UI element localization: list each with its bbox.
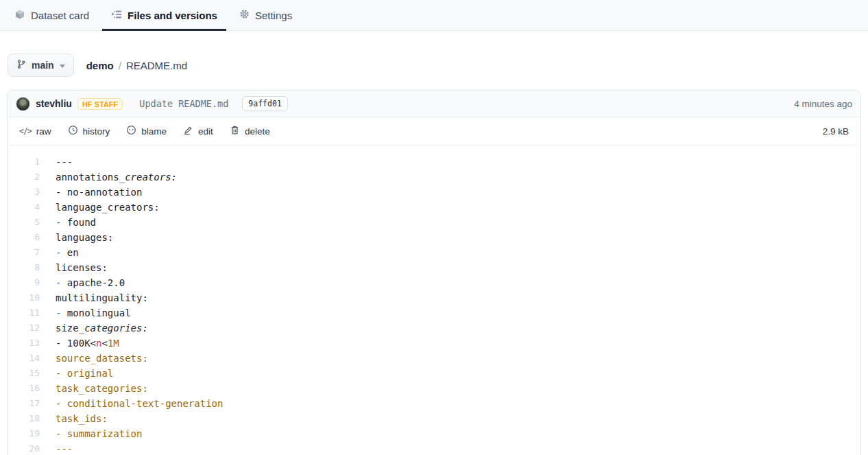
- git-branch-icon: [16, 59, 26, 71]
- chevron-down-icon: [60, 65, 65, 68]
- line-content: - monolingual: [40, 305, 131, 320]
- line-number: 5: [8, 215, 40, 230]
- line-content: ---: [40, 441, 73, 455]
- history-button[interactable]: history: [68, 125, 110, 137]
- gear-icon: [239, 9, 250, 21]
- breadcrumb-repo-link[interactable]: demo: [86, 60, 114, 71]
- line-content: ---: [40, 154, 73, 170]
- file-card: stevhliu HF STAFF Update README.md 9affd…: [7, 90, 861, 455]
- line-number: 12: [8, 320, 40, 336]
- tool-label: raw: [36, 126, 51, 137]
- code-line: 18task_ids:: [8, 411, 860, 426]
- line-number: 10: [8, 290, 40, 305]
- line-number: 7: [8, 245, 40, 260]
- tool-label: edit: [198, 126, 213, 137]
- dataset-cube-icon: [14, 9, 25, 22]
- code-line: 11- monolingual: [8, 305, 860, 320]
- line-content: - summarization: [40, 426, 142, 441]
- blame-face-icon: [126, 125, 136, 137]
- line-content: languages:: [40, 230, 113, 245]
- code-line: 10multilinguality:: [8, 290, 860, 305]
- line-number: 18: [8, 411, 40, 426]
- line-content: licenses:: [40, 260, 108, 275]
- code-line: 3- no-annotation: [8, 185, 860, 200]
- branch-breadcrumb-row: main demo / README.md: [8, 54, 868, 77]
- last-commit-bar: stevhliu HF STAFF Update README.md 9affd…: [8, 91, 860, 117]
- line-content: annotations_creators:: [40, 170, 177, 185]
- line-content: source_datasets:: [40, 351, 148, 366]
- code-lines[interactable]: 1---2annotations_creators:3- no-annotati…: [8, 145, 860, 455]
- line-number: 17: [8, 396, 40, 411]
- tab-dataset-card[interactable]: Dataset card: [5, 0, 98, 30]
- tab-settings[interactable]: Settings: [230, 0, 301, 30]
- line-content: - conditional-text-generation: [40, 396, 223, 411]
- breadcrumb-filename: README.md: [126, 60, 187, 71]
- line-content: multilinguality:: [40, 290, 148, 305]
- line-number: 14: [8, 351, 40, 366]
- clock-icon: [68, 125, 78, 137]
- line-content: - apache-2.0: [40, 275, 125, 290]
- tab-label: Files and versions: [128, 10, 217, 21]
- breadcrumb: demo / README.md: [86, 60, 187, 71]
- code-line: 4language_creators:: [8, 200, 860, 215]
- tool-label: delete: [245, 126, 270, 137]
- branch-name: main: [32, 60, 54, 71]
- line-number: 3: [8, 185, 40, 200]
- line-content: task_ids:: [40, 411, 108, 426]
- edit-button[interactable]: edit: [183, 125, 213, 137]
- tab-label: Settings: [255, 10, 292, 21]
- line-number: 19: [8, 426, 40, 441]
- line-content: - original: [40, 366, 113, 381]
- repo-tab-bar: Dataset card Files and versions Settings: [0, 0, 868, 31]
- line-content: - en: [40, 245, 79, 260]
- line-content: size_categories:: [40, 320, 148, 336]
- code-line: 7- en: [8, 245, 860, 260]
- code-line: 14source_datasets:: [8, 351, 860, 366]
- line-number: 8: [8, 260, 40, 275]
- files-versions-icon: [111, 9, 122, 22]
- line-number: 2: [8, 170, 40, 185]
- code-line: 1---: [8, 154, 860, 170]
- blame-button[interactable]: blame: [126, 125, 167, 137]
- line-number: 9: [8, 275, 40, 290]
- code-line: 17- conditional-text-generation: [8, 396, 860, 411]
- code-line: 16task_categories:: [8, 381, 860, 396]
- delete-button[interactable]: delete: [230, 125, 270, 137]
- breadcrumb-separator: /: [114, 60, 126, 71]
- line-number: 1: [8, 154, 40, 170]
- code-line: 6languages:: [8, 230, 860, 245]
- line-number: 11: [8, 305, 40, 320]
- branch-selector-button[interactable]: main: [8, 54, 74, 77]
- tool-label: history: [83, 126, 110, 137]
- line-number: 16: [8, 381, 40, 396]
- code-line: 8licenses:: [8, 260, 860, 275]
- tab-files-and-versions[interactable]: Files and versions: [102, 0, 226, 30]
- line-number: 4: [8, 200, 40, 215]
- line-number: 20: [8, 441, 40, 455]
- code-brackets-icon: </>: [19, 126, 32, 136]
- tab-label: Dataset card: [31, 10, 89, 21]
- pencil-icon: [183, 125, 193, 137]
- avatar[interactable]: [16, 97, 30, 111]
- line-content: task_categories:: [40, 381, 148, 396]
- code-line: 2annotations_creators:: [8, 170, 860, 185]
- code-line: 13- 100K<n<1M: [8, 336, 860, 351]
- commit-timestamp: 4 minutes ago: [794, 99, 852, 109]
- raw-button[interactable]: </> raw: [19, 126, 51, 137]
- line-number: 15: [8, 366, 40, 381]
- line-content: - 100K<n<1M: [40, 336, 119, 351]
- code-line: 5- found: [8, 215, 860, 230]
- line-number: 6: [8, 230, 40, 245]
- trash-icon: [230, 125, 240, 137]
- commit-message-link[interactable]: Update README.md: [139, 98, 228, 109]
- line-content: - found: [40, 215, 96, 230]
- commit-hash-chip[interactable]: 9affd01: [242, 96, 287, 111]
- file-toolbar: </> raw history blame: [8, 117, 860, 145]
- hf-staff-badge: HF STAFF: [77, 98, 123, 110]
- file-size: 2.9 kB: [823, 126, 849, 137]
- line-number: 13: [8, 336, 40, 351]
- tool-label: blame: [141, 126, 167, 137]
- commit-author-link[interactable]: stevhliu: [36, 98, 72, 109]
- code-line: 15- original: [8, 366, 860, 381]
- line-content: - no-annotation: [40, 185, 142, 200]
